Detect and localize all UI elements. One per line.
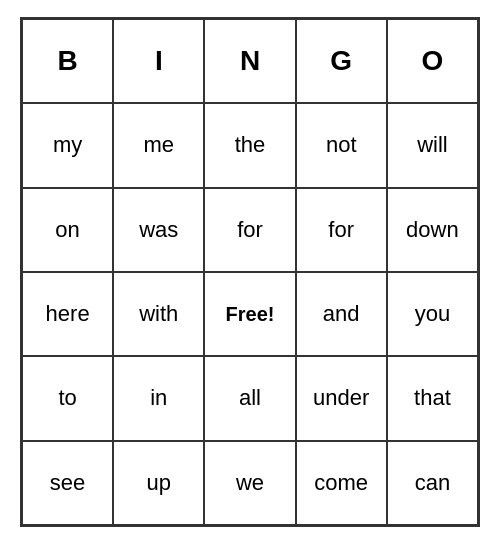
- cell-3-1[interactable]: here: [22, 272, 113, 356]
- cell-2-1[interactable]: on: [22, 188, 113, 272]
- header-o: O: [387, 19, 478, 103]
- bingo-row-4: to in all under that: [22, 356, 478, 440]
- cell-5-1[interactable]: see: [22, 441, 113, 525]
- cell-free[interactable]: Free!: [204, 272, 295, 356]
- cell-1-5[interactable]: will: [387, 103, 478, 187]
- cell-1-1[interactable]: my: [22, 103, 113, 187]
- cell-5-5[interactable]: can: [387, 441, 478, 525]
- cell-3-2[interactable]: with: [113, 272, 204, 356]
- bingo-header-row: B I N G O: [22, 19, 478, 103]
- cell-2-3[interactable]: for: [204, 188, 295, 272]
- header-i: I: [113, 19, 204, 103]
- bingo-row-5: see up we come can: [22, 441, 478, 525]
- cell-2-5[interactable]: down: [387, 188, 478, 272]
- header-g: G: [296, 19, 387, 103]
- bingo-row-1: my me the not will: [22, 103, 478, 187]
- cell-2-4[interactable]: for: [296, 188, 387, 272]
- cell-5-2[interactable]: up: [113, 441, 204, 525]
- cell-1-4[interactable]: not: [296, 103, 387, 187]
- cell-1-2[interactable]: me: [113, 103, 204, 187]
- cell-4-3[interactable]: all: [204, 356, 295, 440]
- cell-3-5[interactable]: you: [387, 272, 478, 356]
- bingo-row-2: on was for for down: [22, 188, 478, 272]
- cell-3-4[interactable]: and: [296, 272, 387, 356]
- cell-2-2[interactable]: was: [113, 188, 204, 272]
- header-b: B: [22, 19, 113, 103]
- cell-5-3[interactable]: we: [204, 441, 295, 525]
- bingo-card: B I N G O my me the not will on was for …: [20, 17, 480, 527]
- cell-1-3[interactable]: the: [204, 103, 295, 187]
- header-n: N: [204, 19, 295, 103]
- cell-4-4[interactable]: under: [296, 356, 387, 440]
- cell-4-1[interactable]: to: [22, 356, 113, 440]
- cell-4-2[interactable]: in: [113, 356, 204, 440]
- cell-5-4[interactable]: come: [296, 441, 387, 525]
- cell-4-5[interactable]: that: [387, 356, 478, 440]
- bingo-row-3: here with Free! and you: [22, 272, 478, 356]
